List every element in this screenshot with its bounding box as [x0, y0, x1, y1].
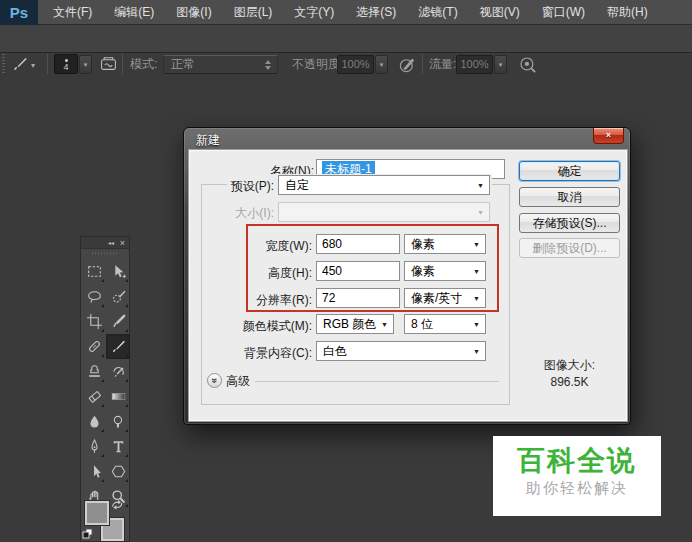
- tool-brush[interactable]: [106, 334, 130, 359]
- brush-size-preview[interactable]: 4: [54, 54, 78, 74]
- airbrush-icon[interactable]: [518, 55, 537, 74]
- opacity-input[interactable]: 100%: [337, 55, 374, 74]
- tool-clone-stamp[interactable]: [82, 359, 106, 384]
- gradient-icon: [110, 388, 127, 405]
- menu-item-file[interactable]: 文件(F): [42, 0, 103, 25]
- menu-item-image[interactable]: 图像(I): [165, 0, 222, 25]
- tool-gradient[interactable]: [106, 384, 130, 409]
- tool-move[interactable]: [106, 259, 130, 284]
- foreground-color-swatch[interactable]: [85, 501, 109, 525]
- resolution-unit-select[interactable]: 像素/英寸 ▼: [404, 288, 486, 308]
- photoshop-window: Ps 文件(F) 编辑(E) 图像(I) 图层(L) 文字(Y) 选择(S) 滤…: [0, 0, 692, 542]
- width-label: 宽度(W):: [229, 239, 312, 253]
- tool-dodge[interactable]: [106, 409, 130, 434]
- tool-lasso[interactable]: [82, 284, 106, 309]
- tools-panel-header[interactable]: ◂◂ ×: [81, 237, 129, 249]
- menu-item-window[interactable]: 窗口(W): [531, 0, 596, 25]
- brush-tool-icon[interactable]: [11, 55, 29, 73]
- tools-panel: ◂◂ ×: [80, 236, 130, 542]
- save-preset-button[interactable]: 存储预设(S)...: [519, 213, 620, 233]
- image-size-value: 896.5K: [519, 375, 620, 389]
- background-contents-label: 背景内容(C):: [209, 346, 312, 360]
- brush-size-dropdown-button[interactable]: ▾: [79, 55, 92, 74]
- preset-select[interactable]: 自定 ▼: [278, 175, 490, 195]
- tool-eyedropper[interactable]: [106, 309, 130, 334]
- delete-preset-button: 删除预设(D)...: [519, 238, 620, 258]
- menu-item-layer[interactable]: 图层(L): [223, 0, 284, 25]
- ok-button[interactable]: 确定: [519, 161, 620, 181]
- dropdown-arrow-icon: ▼: [473, 268, 480, 275]
- dropdown-arrow-icon: ▼: [477, 182, 484, 189]
- tool-spot-healing-brush[interactable]: [82, 334, 106, 359]
- quick-selection-icon: [110, 288, 127, 305]
- flow-label: 流量:: [429, 50, 456, 78]
- width-unit-select[interactable]: 像素 ▼: [404, 234, 486, 254]
- tool-eraser[interactable]: [82, 384, 106, 409]
- image-size-label: 图像大小:: [519, 357, 620, 374]
- flow-input[interactable]: 100%: [456, 55, 493, 74]
- size-select: ▼: [278, 202, 490, 222]
- bit-depth-select[interactable]: 8 位 ▼: [404, 314, 486, 334]
- height-unit-select[interactable]: 像素 ▼: [404, 261, 486, 281]
- separator: [122, 54, 123, 74]
- default-colors-icon[interactable]: [82, 528, 94, 540]
- color-mode-select[interactable]: RGB 颜色 ▼: [316, 314, 394, 334]
- menu-item-filter[interactable]: 滤镜(T): [407, 0, 468, 25]
- tool-crop[interactable]: [82, 309, 106, 334]
- height-input[interactable]: 450: [316, 261, 400, 281]
- dialog-body: 名称(N): 未标题-1 预设(P): 自定 ▼ 大小(I): ▼ 宽度(W):…: [188, 149, 628, 422]
- tool-quick-selection[interactable]: [106, 284, 130, 309]
- advanced-expander-icon[interactable]: »: [207, 373, 222, 388]
- eraser-icon: [86, 388, 103, 405]
- clone-stamp-icon: [86, 363, 103, 380]
- advanced-divider: [255, 381, 499, 382]
- watermark-subtitle: 助你轻松解决: [493, 479, 661, 498]
- opacity-dropdown-button[interactable]: ▾: [375, 55, 388, 74]
- dropdown-arrow-icon: ▼: [381, 321, 388, 328]
- panel-collapse-icon[interactable]: ◂◂: [108, 237, 114, 249]
- blur-icon: [86, 413, 103, 430]
- crop-icon: [86, 313, 103, 330]
- panel-close-icon[interactable]: ×: [120, 237, 125, 249]
- tool-type[interactable]: [106, 434, 130, 459]
- menu-item-edit[interactable]: 编辑(E): [103, 0, 165, 25]
- type-icon: [110, 438, 127, 455]
- panel-grip[interactable]: [92, 252, 118, 255]
- spot-healing-brush-icon: [86, 338, 103, 355]
- tool-path-selection[interactable]: [82, 459, 106, 484]
- opacity-label: 不透明度:: [292, 50, 343, 78]
- dropdown-arrow-icon: ▼: [477, 209, 484, 216]
- brush-panel-toggle-icon[interactable]: [100, 55, 117, 72]
- shape-icon: [110, 463, 127, 480]
- flow-dropdown-button[interactable]: ▾: [494, 55, 507, 74]
- color-mode-label: 颜色模式(M):: [209, 319, 312, 333]
- width-input[interactable]: 680: [316, 234, 400, 254]
- menu-item-select[interactable]: 选择(S): [345, 0, 407, 25]
- menu-item-help[interactable]: 帮助(H): [596, 0, 659, 25]
- chevron-double-down-icon: »: [208, 378, 221, 384]
- tool-rectangular-marquee[interactable]: [82, 259, 106, 284]
- cancel-button[interactable]: 取消: [519, 187, 620, 207]
- menu-items: 文件(F) 编辑(E) 图像(I) 图层(L) 文字(Y) 选择(S) 滤镜(T…: [42, 0, 659, 25]
- menu-item-view[interactable]: 视图(V): [469, 0, 531, 25]
- dropdown-arrow-icon: ▼: [473, 348, 480, 355]
- tool-pen[interactable]: [82, 434, 106, 459]
- menu-item-type[interactable]: 文字(Y): [283, 0, 345, 25]
- dodge-icon: [110, 413, 127, 430]
- watermark-box: 百科全说 助你轻松解决: [493, 436, 661, 516]
- combo-arrows-icon: [265, 66, 271, 70]
- tool-shape[interactable]: [106, 459, 130, 484]
- background-contents-select[interactable]: 白色 ▼: [316, 341, 486, 361]
- dialog-close-button[interactable]: ×: [593, 128, 624, 144]
- brush-preset-caret-icon[interactable]: ▾: [31, 61, 35, 70]
- watermark-title: 百科全说: [493, 445, 661, 477]
- blend-mode-select[interactable]: 正常: [163, 55, 278, 74]
- pressure-opacity-icon[interactable]: [398, 55, 417, 74]
- combo-arrows-icon: [265, 60, 271, 64]
- options-bar-grip[interactable]: [2, 54, 5, 74]
- tool-history-brush[interactable]: [106, 359, 130, 384]
- path-selection-icon: [86, 463, 103, 480]
- switch-colors-icon[interactable]: [110, 498, 125, 511]
- resolution-input[interactable]: 72: [316, 288, 400, 308]
- tool-blur[interactable]: [82, 409, 106, 434]
